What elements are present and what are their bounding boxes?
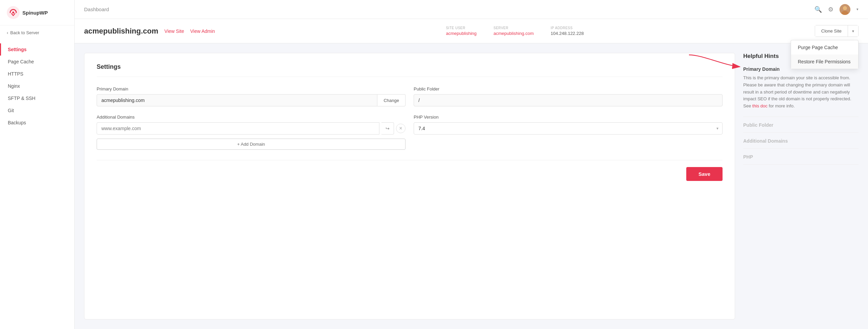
domain-remove-button[interactable]: × xyxy=(396,124,406,133)
server-value: acmepublishing.com xyxy=(494,31,534,36)
sidebar-item-settings[interactable]: Settings xyxy=(0,43,74,56)
php-version-label: PHP Version xyxy=(414,115,723,120)
sidebar-item-sftp-ssh[interactable]: SFTP & SSH xyxy=(0,92,74,104)
form-footer: Save xyxy=(97,160,723,181)
view-admin-link[interactable]: View Admin xyxy=(190,28,215,34)
hint-php-title: PHP xyxy=(743,154,859,160)
ip-label: IP ADDRESS xyxy=(551,26,584,30)
sidebar-item-nginx[interactable]: Nginx xyxy=(0,80,74,92)
logo: SpinupWP xyxy=(0,0,74,25)
purge-page-cache-item[interactable]: Purge Page Cache xyxy=(791,40,858,55)
form-row-2: Additional Domains ↪ × + Add Domain PHP … xyxy=(97,115,723,150)
site-user-label: SITE USER xyxy=(446,26,476,30)
change-domain-button[interactable]: Change xyxy=(377,94,406,106)
sidebar-item-https[interactable]: HTTPS xyxy=(0,68,74,80)
settings-label: Settings xyxy=(8,47,26,52)
remove-icon: × xyxy=(399,125,402,131)
public-folder-group: Public Folder xyxy=(414,86,723,106)
link-icon: ↪ xyxy=(386,126,390,131)
spinupwp-logo-icon xyxy=(7,6,20,19)
dashboard-title: Dashboard xyxy=(84,6,109,12)
view-site-link[interactable]: View Site xyxy=(164,28,184,34)
form-row-1: Primary Domain Change Public Folder xyxy=(97,86,723,106)
search-icon[interactable]: 🔍 xyxy=(814,6,822,13)
git-label: Git xyxy=(8,108,14,113)
hint-divider-2 xyxy=(743,132,859,133)
hint-doc-link[interactable]: this doc xyxy=(752,103,768,108)
add-domain-button[interactable]: + Add Domain xyxy=(97,139,406,150)
sidebar-item-page-cache[interactable]: Page Cache xyxy=(0,56,74,68)
nginx-label: Nginx xyxy=(8,83,20,89)
server-label: SERVER xyxy=(494,26,534,30)
ip-value: 104.248.122.228 xyxy=(551,31,584,36)
hint-divider-3 xyxy=(743,148,859,149)
main-content: Dashboard 🔍 ⚙ ▾ acmepublishing.com View … xyxy=(75,0,868,329)
back-arrow-icon: ‹ xyxy=(7,30,8,35)
hint-additional-domains-title: Additional Domains xyxy=(743,138,859,144)
topbar: Dashboard 🔍 ⚙ ▾ xyxy=(75,0,868,19)
topbar-actions: 🔍 ⚙ ▾ xyxy=(814,4,859,15)
logo-text: SpinupWP xyxy=(22,10,48,16)
site-meta: SITE USER acmepublishing SERVER acmepubl… xyxy=(446,26,584,36)
avatar[interactable] xyxy=(840,4,850,15)
sidebar-item-backups[interactable]: Backups xyxy=(0,117,74,129)
restore-file-permissions-item[interactable]: Restore File Permissions xyxy=(791,55,858,69)
content-area: Settings Primary Domain Change Public Fo… xyxy=(75,43,868,329)
ip-group: IP ADDRESS 104.248.122.228 xyxy=(551,26,584,36)
primary-domain-input-row: Change xyxy=(97,94,406,106)
save-button[interactable]: Save xyxy=(686,167,723,181)
clone-btn-group: Clone Site ▾ xyxy=(815,25,859,37)
site-user-value: acmepublishing xyxy=(446,31,476,36)
php-version-group: PHP Version 7.4 8.0 8.1 8.2 ▾ xyxy=(414,115,723,150)
clone-site-dropdown: Clone Site ▾ Purge Page Cache Restore Fi… xyxy=(815,25,859,37)
additional-domains-label: Additional Domains xyxy=(97,115,406,120)
settings-card-title: Settings xyxy=(97,63,723,77)
primary-domain-input[interactable] xyxy=(97,94,377,106)
site-user-group: SITE USER acmepublishing xyxy=(446,26,476,36)
sidebar: SpinupWP ‹ Back to Server Settings Page … xyxy=(0,0,75,329)
primary-domain-label: Primary Domain xyxy=(97,86,406,91)
additional-domain-input-row: ↪ × xyxy=(97,122,406,135)
php-version-select-wrapper: 7.4 8.0 8.1 8.2 ▾ xyxy=(414,122,723,135)
public-folder-input[interactable] xyxy=(414,94,723,106)
site-name: acmepublishing.com xyxy=(84,27,158,36)
additional-domains-group: Additional Domains ↪ × + Add Domain xyxy=(97,115,406,150)
settings-card: Settings Primary Domain Change Public Fo… xyxy=(84,53,735,320)
additional-domain-input[interactable] xyxy=(97,122,379,135)
domain-link-button[interactable]: ↪ xyxy=(381,122,394,135)
https-label: HTTPS xyxy=(8,71,23,77)
hint-divider-1 xyxy=(743,117,859,117)
public-folder-label: Public Folder xyxy=(414,86,723,91)
avatar-caret-icon[interactable]: ▾ xyxy=(856,7,859,12)
svg-point-1 xyxy=(12,12,14,14)
back-to-server-link[interactable]: ‹ Back to Server xyxy=(0,25,74,40)
site-header-left: acmepublishing.com View Site View Admin xyxy=(84,27,215,36)
clone-site-button[interactable]: Clone Site xyxy=(815,25,848,37)
sftp-ssh-label: SFTP & SSH xyxy=(8,96,35,101)
svg-point-3 xyxy=(843,6,847,10)
hint-primary-domain-text: This is the primary domain your site is … xyxy=(743,75,859,110)
site-header: acmepublishing.com View Site View Admin … xyxy=(75,19,868,43)
php-version-select[interactable]: 7.4 8.0 8.1 8.2 xyxy=(414,122,723,135)
back-label: Back to Server xyxy=(10,30,39,35)
clone-site-caret-button[interactable]: ▾ xyxy=(848,25,858,37)
primary-domain-group: Primary Domain Change xyxy=(97,86,406,106)
hints-panel: Helpful Hints Primary Domain This is the… xyxy=(743,53,859,320)
page-cache-label: Page Cache xyxy=(8,59,34,64)
gear-icon[interactable]: ⚙ xyxy=(828,6,833,13)
site-actions-dropdown-menu: Purge Page Cache Restore File Permission… xyxy=(791,40,859,69)
hint-divider-4 xyxy=(743,164,859,165)
sidebar-item-git[interactable]: Git xyxy=(0,104,74,117)
sidebar-nav: Settings Page Cache HTTPS Nginx SFTP & S… xyxy=(0,40,74,132)
avatar-image xyxy=(840,4,850,15)
server-group: SERVER acmepublishing.com xyxy=(494,26,534,36)
backups-label: Backups xyxy=(8,120,26,125)
hint-public-folder-title: Public Folder xyxy=(743,122,859,128)
